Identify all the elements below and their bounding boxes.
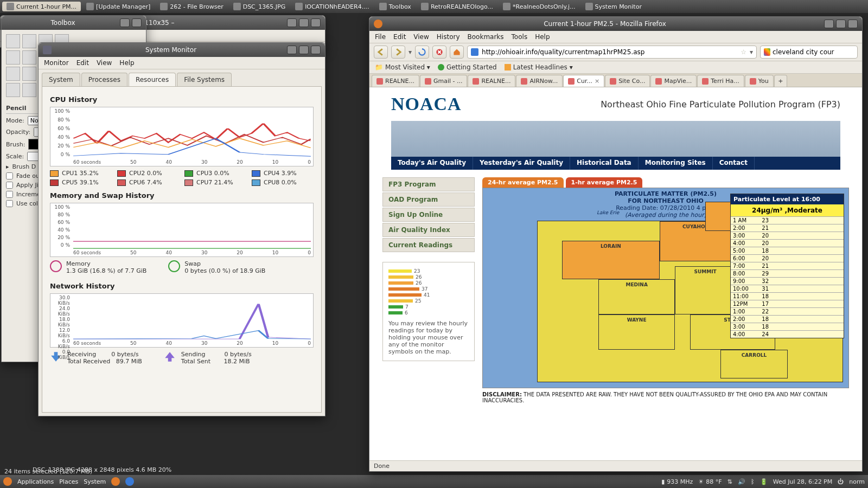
browser-tab[interactable]: Gmail - ... [420, 75, 468, 87]
tool-button[interactable] [22, 34, 36, 48]
task-image-dsc[interactable]: DSC_1365.JPG [229, 2, 290, 11]
cpu-legend-item[interactable]: CPU2 0.0% [117, 170, 179, 177]
expander-icon[interactable]: ▸ [6, 163, 9, 170]
clock[interactable]: Wed Jul 28, 6:22 PM [773, 478, 833, 485]
cpu-legend-item[interactable]: CPU6 7.4% [117, 179, 179, 186]
menu-edit[interactable]: Edit [393, 33, 406, 41]
menu-view[interactable]: View [97, 59, 112, 67]
bluetooth-icon[interactable]: ᛒ [751, 478, 755, 485]
task-update-manager[interactable]: [Update Manager] [82, 2, 155, 11]
opt-incremental-check[interactable] [6, 191, 13, 198]
new-tab-button[interactable]: + [774, 75, 787, 87]
nav-yesterday[interactable]: Yesterday's Air Quality [473, 157, 570, 170]
browser-tab[interactable]: AIRNow... [516, 75, 563, 87]
browser-tab[interactable]: Terri Ha... [697, 75, 744, 87]
browser-tab[interactable]: REALNE... [468, 75, 515, 87]
tool-button[interactable] [22, 83, 36, 97]
menu-help[interactable]: Help [119, 59, 134, 67]
sidebar-fp3[interactable]: FP3 Program [382, 177, 475, 191]
opt-brush-dynamics[interactable]: Brush D [12, 163, 36, 170]
applications-menu[interactable]: Applications [17, 478, 54, 485]
volume-icon[interactable]: 🔊 [738, 478, 745, 485]
tab-filesystems[interactable]: File Systems [177, 73, 232, 86]
url-bar[interactable]: ☆ ▾ [467, 46, 757, 59]
cpu-legend-item[interactable]: CPU5 39.1% [50, 179, 112, 186]
user-menu[interactable]: norm [849, 478, 865, 485]
sidebar-oad[interactable]: OAD Program [382, 192, 475, 207]
minimize-button[interactable] [287, 18, 297, 27]
tab-processes[interactable]: Processes [81, 73, 127, 86]
opt-jitter-check[interactable] [6, 182, 13, 189]
close-button[interactable] [848, 20, 858, 28]
network-icon[interactable]: ⇅ [727, 478, 732, 485]
search-input[interactable] [773, 48, 854, 56]
nav-contact[interactable]: Contact [713, 157, 755, 170]
task-locationheader[interactable]: lOCATIONhEADER4.... [291, 2, 373, 11]
menu-bookmarks[interactable]: Bookmarks [468, 33, 504, 41]
bookmark-star-icon[interactable]: ☆ [741, 48, 746, 56]
search-bar[interactable] [760, 46, 858, 59]
sidebar-signup[interactable]: Sign Up Online [382, 208, 475, 222]
shutdown-icon[interactable]: ⏻ [838, 478, 844, 485]
sidebar-readings[interactable]: Current Readings [382, 238, 475, 252]
ubuntu-icon[interactable] [3, 477, 12, 486]
menu-file[interactable]: File [375, 33, 386, 41]
tab-1hr[interactable]: 1-hr average PM2.5 [566, 177, 643, 188]
forward-button[interactable] [391, 46, 405, 59]
stop-button[interactable] [432, 46, 446, 59]
tool-button[interactable] [22, 50, 36, 65]
task-system-monitor[interactable]: System Monitor [581, 2, 646, 11]
weather-applet[interactable]: ☀88 °F [698, 478, 722, 485]
system-menu[interactable]: System [84, 478, 106, 485]
task-file-browser[interactable]: 262 - File Browser [156, 2, 227, 11]
tool-button[interactable] [6, 50, 20, 65]
cpu-legend-item[interactable]: CPU7 21.4% [184, 179, 246, 186]
bookmark-most-visited[interactable]: 📁Most Visited ▾ [375, 63, 430, 71]
maximize-button[interactable] [836, 20, 846, 28]
tab-resources[interactable]: Resources [129, 73, 176, 86]
nav-today[interactable]: Today's Air Quality [391, 157, 473, 170]
task-retrorealneo[interactable]: RetroREALNEOlogo... [417, 2, 497, 11]
tool-button[interactable] [22, 67, 36, 81]
menu-tools[interactable]: Tools [512, 33, 528, 41]
browser-tab[interactable]: REALNE... [372, 75, 419, 87]
cpu-legend-item[interactable]: CPU3 0.0% [184, 170, 246, 177]
bookmark-getting-started[interactable]: Getting Started [438, 63, 497, 71]
home-button[interactable] [450, 46, 464, 59]
browser-tab[interactable]: Site Co... [605, 75, 650, 87]
task-realneodots[interactable]: *RealneoDotsOnly.j... [499, 2, 580, 11]
cpu-legend-item[interactable]: CPU8 0.0% [252, 179, 314, 186]
menu-history[interactable]: History [437, 33, 460, 41]
history-dropdown-icon[interactable]: ▾ [409, 48, 412, 56]
menu-help[interactable]: Help [535, 33, 550, 41]
bookmark-latest-headlines[interactable]: Latest Headlines ▾ [505, 63, 573, 71]
menu-edit[interactable]: Edit [76, 59, 89, 67]
tab-system[interactable]: System [42, 73, 80, 86]
close-button[interactable] [132, 18, 142, 27]
browser-tab[interactable]: Cur...× [563, 75, 604, 87]
url-dropdown-icon[interactable]: ▾ [750, 48, 753, 56]
minimize-button[interactable] [287, 46, 297, 54]
tab-close-icon[interactable]: × [595, 78, 599, 85]
browser-tab[interactable]: You [745, 75, 774, 87]
close-button[interactable] [311, 18, 321, 27]
nav-monitoring[interactable]: Monitoring Sites [639, 157, 713, 170]
url-input[interactable] [482, 48, 737, 56]
sidebar-aqi[interactable]: Air Quality Index [382, 223, 475, 237]
menu-view[interactable]: View [413, 33, 429, 41]
maximize-button[interactable] [299, 46, 309, 54]
reload-button[interactable] [415, 46, 429, 59]
cpu-freq-applet[interactable]: ▮933 MHz [661, 478, 693, 485]
tool-button[interactable] [6, 34, 20, 48]
places-menu[interactable]: Places [59, 478, 78, 485]
task-gimp-toolbox[interactable]: Toolbox [375, 2, 416, 11]
menu-monitor[interactable]: Monitor [44, 59, 69, 67]
opt-usecolor-check[interactable] [6, 200, 13, 207]
tool-button[interactable] [6, 67, 20, 81]
browser-tab[interactable]: MapVie... [650, 75, 697, 87]
tab-24hr[interactable]: 24-hr average PM2.5 [482, 177, 564, 188]
maximize-button[interactable] [299, 18, 309, 27]
cpu-legend-item[interactable]: CPU1 35.2% [50, 170, 112, 177]
back-button[interactable] [374, 46, 388, 59]
nav-historical[interactable]: Historical Data [570, 157, 639, 170]
